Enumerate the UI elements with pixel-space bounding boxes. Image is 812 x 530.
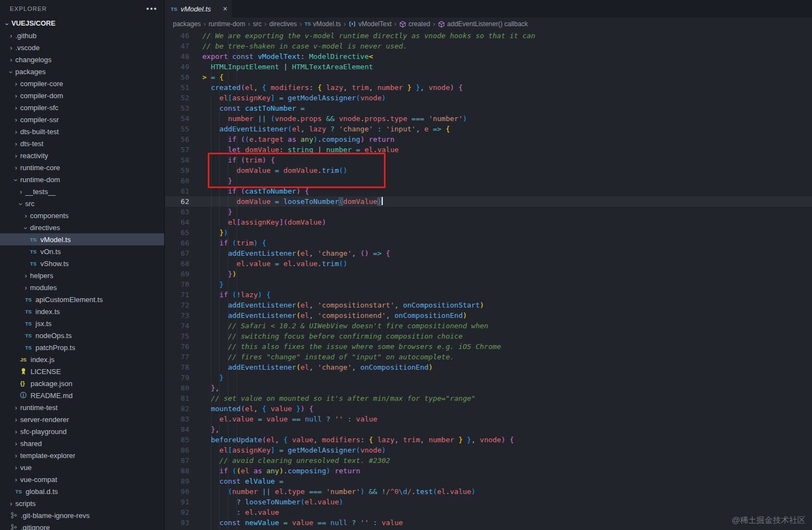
tree-item-.github[interactable]: ›.github [0, 29, 164, 41]
line-number[interactable]: 92 [165, 507, 189, 517]
code-line[interactable]: 83 el.value = value == null ? '' : value [165, 414, 812, 424]
tree-item-dts-test[interactable]: ›dts-test [0, 137, 164, 149]
code-line[interactable]: 55 addEventListener(el, lazy ? 'change' … [165, 124, 812, 134]
code-line[interactable]: 78 addEventListener(el, 'change', onComp… [165, 362, 812, 372]
line-number[interactable]: 86 [165, 445, 189, 455]
line-number[interactable]: 91 [165, 497, 189, 507]
breadcrumb-item-addeventlistener-callback[interactable]: addEventListener() callback [438, 20, 528, 28]
code-line[interactable]: 85 beforeUpdate(el, { value, modifiers: … [165, 435, 812, 445]
code-line[interactable]: 84 }, [165, 424, 812, 435]
line-number[interactable]: 59 [165, 165, 189, 176]
line-number[interactable]: 76 [165, 341, 189, 352]
line-number[interactable]: 60 [165, 176, 189, 186]
code-line[interactable]: 86 el[assignKey] = getModelAssigner(vnod… [165, 445, 812, 455]
tree-item-helpers[interactable]: ›helpers [0, 269, 164, 281]
code-line[interactable]: 75 // switching focus before confirming … [165, 331, 812, 341]
line-number[interactable]: 77 [165, 352, 189, 362]
tree-item-src[interactable]: ›src [0, 197, 164, 209]
breadcrumb-item-vmodeltext[interactable]: vModelText [348, 20, 392, 28]
code-line[interactable]: 53 const castToNumber = [165, 103, 812, 113]
code-line[interactable]: 67 addEventListener(el, 'change', () => … [165, 248, 812, 258]
tree-item-.git-blame-ignore-revs[interactable]: .git-blame-ignore-revs [0, 509, 164, 521]
tree-item-compiler-sfc[interactable]: ›compiler-sfc [0, 101, 164, 113]
tree-item-patchprop.ts[interactable]: TSpatchProp.ts [0, 341, 164, 353]
tree-item-compiler-dom[interactable]: ›compiler-dom [0, 89, 164, 101]
tree-item-runtime-test[interactable]: ›runtime-test [0, 401, 164, 413]
tree-item-von.ts[interactable]: TSvOn.ts [0, 245, 164, 257]
code-line[interactable]: 46// We are exporting the v-model runtim… [165, 31, 812, 41]
line-number[interactable]: 48 [165, 51, 189, 62]
code-line[interactable]: 48export const vModelText: ModelDirectiv… [165, 51, 812, 62]
code-line[interactable]: 62 domValue = looseToNumber(domValue) [165, 196, 812, 207]
line-number[interactable]: 58 [165, 155, 189, 165]
code-line[interactable]: 66 if (trim) { [165, 238, 812, 248]
line-number[interactable]: 84 [165, 424, 189, 435]
code-line[interactable]: 54 number || (vnode.props && vnode.props… [165, 113, 812, 124]
code-line[interactable]: 65 }) [165, 227, 812, 238]
line-number[interactable]: 64 [165, 217, 189, 227]
tree-item-compiler-ssr[interactable]: ›compiler-ssr [0, 113, 164, 125]
code-line[interactable]: 52 el[assignKey] = getModelAssigner(vnod… [165, 93, 812, 103]
line-number[interactable]: 74 [165, 321, 189, 331]
tree-item-runtime-core[interactable]: ›runtime-core [0, 161, 164, 173]
tree-item-components[interactable]: ›components [0, 209, 164, 221]
code-line[interactable]: 59 domValue = domValue.trim() [165, 165, 812, 176]
explorer-root-folder[interactable]: › VUEJS/CORE [0, 17, 164, 29]
code-line[interactable]: 64 el[assignKey](domValue) [165, 217, 812, 227]
breadcrumb-item-vmodel-ts[interactable]: TSvModel.ts [304, 20, 341, 28]
line-number[interactable]: 54 [165, 113, 189, 124]
tree-item--tests-[interactable]: ›__tests__ [0, 185, 164, 197]
code-line[interactable]: 60 } [165, 176, 812, 186]
tab-vmodel-ts[interactable]: TS vModel.ts × [165, 0, 232, 17]
line-number[interactable]: 66 [165, 238, 189, 248]
line-number[interactable]: 57 [165, 144, 189, 155]
breadcrumb-item-created[interactable]: created [399, 20, 430, 28]
line-number[interactable]: 85 [165, 435, 189, 445]
tree-item-modules[interactable]: ›modules [0, 281, 164, 293]
code-line[interactable]: 80 }, [165, 383, 812, 393]
line-number[interactable]: 80 [165, 383, 189, 393]
tree-item-dts-built-test[interactable]: ›dts-built-test [0, 125, 164, 137]
code-line[interactable]: 57 let domValue: string | number = el.va… [165, 144, 812, 155]
line-number[interactable]: 88 [165, 466, 189, 476]
code-line[interactable]: 58 if (trim) { [165, 155, 812, 165]
code-line[interactable]: 73 addEventListener(el, 'compositionend'… [165, 310, 812, 321]
line-number[interactable]: 73 [165, 310, 189, 321]
tree-item-.gitignore[interactable]: .gitignore [0, 521, 164, 530]
line-number[interactable]: 82 [165, 403, 189, 414]
tree-item-nodeops.ts[interactable]: TSnodeOps.ts [0, 329, 164, 341]
tree-item-index.js[interactable]: JSindex.js [0, 353, 164, 365]
code-line[interactable]: 69 }) [165, 269, 812, 279]
code-line[interactable]: 90 (number || el.type === 'number') && !… [165, 486, 812, 497]
line-number[interactable]: 62 [165, 196, 189, 207]
code-line[interactable]: 93 const newValue = value == null ? '' :… [165, 517, 812, 528]
line-number[interactable]: 50 [165, 72, 189, 82]
tree-item-changelogs[interactable]: ›changelogs [0, 53, 164, 65]
tree-item-template-explorer[interactable]: ›template-explorer [0, 449, 164, 461]
code-line[interactable]: 87 // avoid clearing unresolved text. #2… [165, 455, 812, 466]
tree-item-readme.md[interactable]: ⓘREADME.md [0, 389, 164, 401]
code-line[interactable]: 79 } [165, 372, 812, 383]
tree-item-.vscode[interactable]: ›.vscode [0, 41, 164, 53]
code-line[interactable]: 51 created(el, { modifiers: { lazy, trim… [165, 82, 812, 93]
code-line[interactable]: 81 // set value on mounted so it's after… [165, 393, 812, 403]
tree-item-vshow.ts[interactable]: TSvShow.ts [0, 257, 164, 269]
line-number[interactable]: 89 [165, 476, 189, 486]
line-number[interactable]: 83 [165, 414, 189, 424]
line-number[interactable]: 67 [165, 248, 189, 258]
line-number[interactable]: 55 [165, 124, 189, 134]
code-line[interactable]: 82 mounted(el, { value }) { [165, 403, 812, 414]
code-line[interactable]: 61 if (castToNumber) { [165, 186, 812, 196]
tree-item-packages[interactable]: ›packages [0, 65, 164, 77]
line-number[interactable]: 52 [165, 93, 189, 103]
code-line[interactable]: 49 HTMLInputElement | HTMLTextAreaElemen… [165, 62, 812, 72]
line-number[interactable]: 61 [165, 186, 189, 196]
tree-item-runtime-dom[interactable]: ›runtime-dom [0, 173, 164, 185]
code-line[interactable]: 72 addEventListener(el, 'compositionstar… [165, 300, 812, 310]
tree-item-package.json[interactable]: {}package.json [0, 377, 164, 389]
line-number[interactable]: 49 [165, 62, 189, 72]
explorer-more-actions-icon[interactable]: ••• [146, 4, 158, 13]
code-line[interactable]: 50> = { [165, 72, 812, 82]
tree-item-vue-compat[interactable]: ›vue-compat [0, 473, 164, 485]
code-line[interactable]: 71 if (!lazy) { [165, 290, 812, 300]
